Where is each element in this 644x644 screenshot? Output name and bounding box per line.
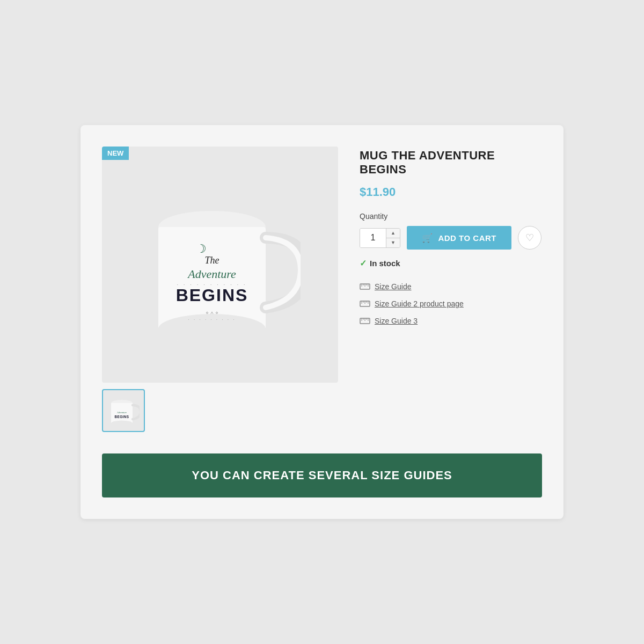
- svg-text:Adventure: Adventure: [116, 411, 127, 414]
- new-badge: NEW: [102, 147, 129, 160]
- product-image: ☽ The Adventure · · · · · · · · · · · BE…: [140, 179, 301, 350]
- check-icon: ✓: [360, 258, 367, 268]
- svg-text:Adventure: Adventure: [187, 267, 236, 281]
- svg-text:BEGINS: BEGINS: [115, 415, 129, 419]
- thumbnail-row: Adventure BEGINS: [102, 389, 338, 432]
- size-guide-label-3: Size Guide 3: [375, 317, 418, 325]
- size-guide-label-1: Size Guide: [375, 282, 411, 291]
- add-to-cart-label: ADD TO CART: [438, 233, 496, 243]
- cart-icon: 🛒: [422, 233, 433, 243]
- ruler-icon-2: [360, 298, 370, 309]
- svg-point-12: [111, 420, 133, 426]
- thumbnail-1[interactable]: Adventure BEGINS: [102, 389, 145, 432]
- ruler-icon-3: [360, 316, 370, 326]
- promo-banner: YOU CAN CREATE SEVERAL SIZE GUIDES: [102, 453, 542, 497]
- product-card: NEW ☽ The Ad: [80, 125, 564, 519]
- heart-icon: ♡: [525, 232, 534, 244]
- quantity-label: Quantity: [360, 212, 542, 221]
- ruler-icon-1: [360, 281, 370, 292]
- image-section: NEW ☽ The Ad: [102, 147, 338, 432]
- size-guide-label-2: Size Guide 2 product page: [375, 299, 464, 308]
- in-stock-row: ✓ In stock: [360, 258, 542, 268]
- product-price: $11.90: [360, 185, 542, 199]
- product-info: MUG THE ADVENTURE BEGINS $11.90 Quantity…: [360, 147, 542, 432]
- svg-text:The: The: [205, 255, 219, 266]
- svg-text:☽: ☽: [196, 242, 207, 255]
- wishlist-button[interactable]: ♡: [518, 226, 541, 250]
- quantity-value: 1: [360, 229, 386, 247]
- svg-text:BEGINS: BEGINS: [176, 286, 248, 305]
- product-top: NEW ☽ The Ad: [102, 147, 542, 432]
- main-image: NEW ☽ The Ad: [102, 147, 338, 383]
- svg-text:· · · · · · · · ·: · · · · · · · · ·: [188, 317, 236, 322]
- quantity-down-button[interactable]: ▼: [386, 238, 400, 247]
- size-guide-links: Size Guide Size Guide 2 product page: [360, 281, 542, 326]
- quantity-up-button[interactable]: ▲: [386, 229, 400, 238]
- page-container: NEW ☽ The Ad: [0, 0, 644, 644]
- svg-text:⬦ ∧ ⬦: ⬦ ∧ ⬦: [206, 309, 218, 315]
- size-guide-link-1[interactable]: Size Guide: [360, 281, 542, 292]
- quantity-input-wrapper: 1 ▲ ▼: [360, 228, 400, 248]
- in-stock-label: In stock: [370, 259, 400, 268]
- add-to-cart-button[interactable]: 🛒 ADD TO CART: [407, 226, 511, 250]
- quantity-cart-row: 1 ▲ ▼ 🛒 ADD TO CART ♡: [360, 226, 542, 250]
- product-title: MUG THE ADVENTURE BEGINS: [360, 149, 542, 177]
- quantity-arrows: ▲ ▼: [386, 229, 400, 247]
- size-guide-link-3[interactable]: Size Guide 3: [360, 316, 542, 326]
- size-guide-link-2[interactable]: Size Guide 2 product page: [360, 298, 542, 309]
